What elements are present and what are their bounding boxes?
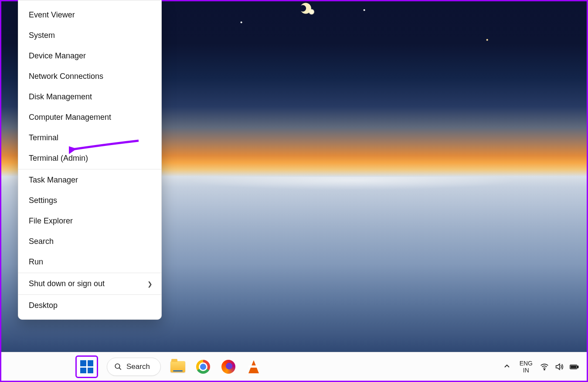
menu-item-label: Device Manager — [29, 51, 86, 61]
svg-line-1 — [119, 368, 121, 370]
menu-separator — [18, 294, 161, 295]
taskbar-search-label: Search — [126, 362, 150, 371]
menu-item-shutdown[interactable]: Shut down or sign out ❯ — [18, 274, 161, 294]
menu-item-label: Terminal (Admin) — [29, 154, 88, 163]
menu-item-run[interactable]: Run — [18, 252, 161, 272]
winx-power-menu: Event Viewer System Device Manager Netwo… — [18, 0, 162, 320]
wifi-icon — [540, 362, 549, 372]
search-icon — [114, 363, 122, 371]
menu-item-label: Task Manager — [29, 176, 78, 185]
menu-item-terminal-admin[interactable]: Terminal (Admin) — [18, 148, 161, 169]
menu-item-file-explorer[interactable]: File Explorer — [18, 211, 161, 231]
menu-separator — [18, 273, 161, 273]
menu-item-label: Desktop — [29, 301, 58, 310]
taskbar-item-file-explorer[interactable] — [170, 358, 186, 375]
language-indicator[interactable]: ENG IN — [520, 360, 533, 374]
menu-item-system[interactable]: System — [18, 25, 161, 46]
menu-item-terminal[interactable]: Terminal — [18, 128, 161, 148]
windows-logo-icon — [80, 360, 93, 373]
tray-overflow-button[interactable] — [501, 361, 513, 373]
system-tray: ENG IN — [501, 352, 579, 381]
taskbar-item-vlc[interactable] — [245, 358, 262, 375]
menu-item-label: Shut down or sign out — [29, 279, 105, 288]
menu-item-event-viewer[interactable]: Event Viewer — [18, 5, 161, 25]
menu-item-label: Network Connections — [29, 72, 103, 81]
firefox-icon — [221, 360, 235, 374]
taskbar-item-chrome[interactable] — [195, 358, 211, 375]
menu-item-label: Event Viewer — [29, 10, 75, 20]
start-button[interactable] — [75, 355, 98, 378]
svg-rect-5 — [571, 366, 576, 368]
tray-status-icons[interactable] — [540, 362, 579, 372]
menu-item-label: Search — [29, 237, 54, 246]
menu-item-task-manager[interactable]: Task Manager — [18, 170, 161, 190]
menu-item-computer-management[interactable]: Computer Management — [18, 107, 161, 128]
taskbar-search-button[interactable]: Search — [107, 358, 161, 376]
taskbar-item-firefox[interactable] — [220, 358, 237, 375]
windows-desktop-screenshot: Event Viewer System Device Manager Netwo… — [0, 0, 588, 382]
svg-point-2 — [544, 369, 545, 370]
menu-item-label: System — [29, 31, 55, 40]
folder-icon — [170, 361, 185, 372]
menu-item-label: File Explorer — [29, 216, 73, 226]
language-primary: ENG — [520, 360, 533, 367]
svg-rect-4 — [578, 366, 578, 368]
menu-item-desktop[interactable]: Desktop — [18, 295, 161, 316]
chevron-right-icon: ❯ — [147, 281, 153, 287]
menu-item-label: Computer Management — [29, 113, 111, 122]
menu-item-network-connections[interactable]: Network Connections — [18, 66, 161, 87]
menu-separator — [18, 169, 161, 169]
menu-item-label: Disk Management — [29, 92, 92, 101]
menu-item-disk-management[interactable]: Disk Management — [18, 87, 161, 107]
chrome-icon — [196, 360, 210, 374]
menu-item-label: Terminal — [29, 133, 58, 142]
taskbar-center-group: Search — [75, 352, 262, 381]
battery-icon — [569, 362, 579, 372]
menu-item-settings[interactable]: Settings — [18, 190, 161, 211]
chevron-up-icon — [504, 363, 510, 369]
menu-item-label: Run — [29, 257, 43, 267]
menu-item-device-manager[interactable]: Device Manager — [18, 46, 161, 66]
svg-point-0 — [115, 364, 120, 368]
menu-item-search[interactable]: Search — [18, 231, 161, 252]
menu-item-label: Settings — [29, 196, 57, 205]
taskbar: Search ENG IN — [1, 352, 587, 381]
speaker-icon — [554, 362, 564, 372]
vlc-icon — [248, 360, 259, 373]
language-secondary: IN — [520, 367, 533, 374]
